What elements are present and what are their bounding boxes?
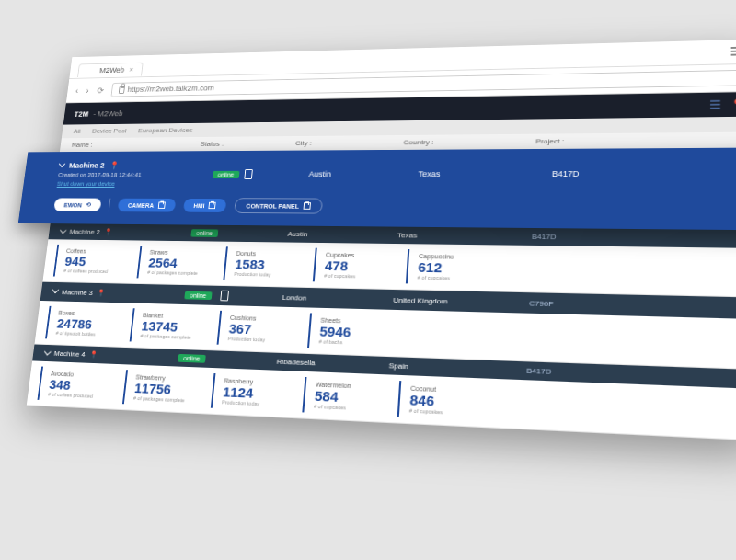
kpi-value: 13745 bbox=[141, 319, 194, 334]
kpi-card: Coconut846# of cupcakes bbox=[397, 381, 480, 420]
kpi-value: 846 bbox=[409, 393, 469, 409]
kpi-card: Donuts1583Production today bbox=[223, 246, 299, 281]
col-country[interactable]: Country : bbox=[403, 138, 535, 147]
machine-name: Machine 2 bbox=[69, 161, 105, 169]
col-city[interactable]: City : bbox=[295, 139, 404, 147]
url-text: https://m2web.talk2m.com bbox=[127, 84, 214, 94]
country-value: United Kingdom bbox=[393, 295, 529, 307]
brand-logo: T2M bbox=[74, 109, 89, 118]
kpi-card: Coffees945# of coffees produced bbox=[53, 245, 125, 278]
browser-tab[interactable]: M2Web × bbox=[77, 63, 144, 77]
kpi-sublabel: # of packages complete bbox=[140, 333, 192, 340]
kpi-sublabel: Production today bbox=[228, 336, 282, 343]
kpi-value: 2564 bbox=[148, 256, 201, 269]
kpi-sublabel: # of packages complete bbox=[147, 269, 200, 276]
kpi-sublabel: # of packages complete bbox=[133, 395, 187, 404]
external-link-icon bbox=[209, 202, 216, 209]
machine-name: Machine 3 bbox=[62, 288, 93, 296]
app-window: M2Web × ‹ › ⟳ https://m2web.talk2m.com T… bbox=[27, 40, 736, 441]
chevron-down-icon[interactable] bbox=[44, 348, 52, 355]
external-link-icon bbox=[304, 202, 311, 210]
expanded-machine-panel: Machine 2 📍 Created on 2017-09-18 12:44:… bbox=[18, 147, 736, 230]
kpi-card: Raspberry1124Production today bbox=[211, 373, 289, 412]
kpi-sublabel: # of cupcakes bbox=[324, 273, 380, 280]
kpi-card: Strawberry11756# of packages complete bbox=[122, 370, 198, 407]
kpi-value: 367 bbox=[228, 322, 283, 337]
kpi-card: Cushions367Production today bbox=[217, 311, 294, 348]
chevron-down-icon[interactable] bbox=[52, 286, 60, 293]
status-badge: online bbox=[178, 354, 205, 363]
link-icon: ⟲ bbox=[86, 201, 91, 208]
kpi-value: 1583 bbox=[235, 257, 289, 271]
kpi-card: Sheets5946# of bachs bbox=[307, 313, 386, 349]
kpi-value: 348 bbox=[49, 377, 101, 393]
kpi-card: Straws2564# of packages complete bbox=[136, 246, 210, 280]
ewon-button[interactable]: EWON ⟲ bbox=[53, 198, 101, 211]
map-pin-icon[interactable]: 📍 bbox=[104, 228, 113, 235]
status-badge: online bbox=[213, 170, 240, 177]
kpi-value: 11756 bbox=[133, 381, 188, 396]
status-badge: online bbox=[184, 291, 212, 299]
back-icon[interactable]: ‹ bbox=[75, 86, 79, 95]
filter-european[interactable]: European Devices bbox=[138, 126, 193, 134]
device-icon bbox=[220, 291, 229, 302]
map-pin-icon[interactable]: 📍 bbox=[89, 350, 98, 359]
chevron-down-icon[interactable] bbox=[59, 161, 65, 167]
kpi-sublabel: # of coffees produced bbox=[63, 269, 114, 275]
divider bbox=[109, 199, 111, 211]
filter-all[interactable]: All bbox=[73, 128, 81, 135]
hamburger-menu-icon[interactable] bbox=[731, 47, 736, 56]
machine-name: Machine 4 bbox=[53, 349, 86, 359]
kpi-sublabel: # of tipsololt bottles bbox=[55, 330, 106, 337]
list-view-icon[interactable]: ☰ bbox=[709, 97, 722, 111]
kpi-card: Cupcakes478# of cupcakes bbox=[313, 248, 391, 283]
kpi-card: Watermelon584# of cupcakes bbox=[302, 377, 382, 416]
country-value: Texas bbox=[418, 169, 552, 178]
city-value: London bbox=[282, 293, 393, 304]
filter-device-pool[interactable]: Device Pool bbox=[91, 127, 127, 134]
status-badge: online bbox=[190, 229, 218, 237]
map-pin-icon[interactable]: 📍 bbox=[97, 289, 106, 297]
map-pin-icon[interactable]: 📍 bbox=[109, 161, 119, 169]
lock-icon bbox=[119, 86, 125, 94]
kpi-card: Cappuccino612# of cupcakes bbox=[406, 249, 487, 285]
tab-title: M2Web bbox=[99, 66, 125, 74]
kpi-value: 5946 bbox=[319, 325, 376, 340]
project-value: C796F bbox=[529, 299, 736, 313]
city-value: Austin bbox=[287, 230, 397, 239]
brand-block: T2M - M2Web bbox=[74, 109, 123, 118]
kpi-sublabel: # of coffees produced bbox=[48, 392, 99, 399]
kpi-value: 478 bbox=[325, 258, 381, 273]
city-value: Austin bbox=[308, 170, 419, 179]
created-on-text: Created on 2017-09-18 12:44:41 bbox=[58, 172, 213, 177]
kpi-value: 24786 bbox=[56, 316, 108, 331]
city-value: Ribadesella bbox=[276, 358, 389, 371]
kpi-value: 612 bbox=[418, 260, 476, 275]
col-name[interactable]: Name : bbox=[60, 141, 201, 149]
col-project[interactable]: Project : bbox=[535, 136, 736, 146]
camera-button[interactable]: CAMERA bbox=[117, 199, 175, 212]
kpi-sublabel: Production today bbox=[222, 399, 277, 407]
kpi-sublabel: # of cupcakes bbox=[418, 275, 476, 281]
kpi-card: Blanket13745# of packages complete bbox=[130, 308, 204, 344]
reload-icon[interactable]: ⟳ bbox=[97, 86, 104, 95]
col-status[interactable]: Status : bbox=[200, 140, 295, 148]
external-link-icon bbox=[157, 202, 165, 209]
kpi-value: 945 bbox=[64, 255, 116, 269]
project-value: B417D bbox=[552, 169, 580, 178]
brand-subtitle: - M2Web bbox=[93, 109, 123, 118]
kpi-sublabel: # of bachs bbox=[318, 338, 375, 346]
device-icon bbox=[244, 169, 253, 179]
kpi-card: Avocado348# of coffees produced bbox=[38, 367, 111, 404]
project-value: B417D bbox=[532, 233, 736, 244]
chevron-down-icon[interactable] bbox=[60, 226, 67, 234]
forward-icon[interactable]: › bbox=[86, 86, 89, 94]
close-tab-icon[interactable]: × bbox=[129, 65, 134, 74]
shutdown-link[interactable]: Shut down your device bbox=[57, 181, 115, 187]
machine-list: Machine 2📍onlineAustinTexasB417DCoffees9… bbox=[27, 223, 736, 440]
location-pin-icon[interactable]: 📍 bbox=[730, 98, 736, 111]
kpi-sublabel: Production today bbox=[234, 271, 288, 278]
hmi-button[interactable]: HMI bbox=[183, 199, 227, 212]
control-panel-button[interactable]: CONTROL PANEL bbox=[235, 198, 324, 213]
machine-name: Machine 2 bbox=[69, 228, 100, 236]
